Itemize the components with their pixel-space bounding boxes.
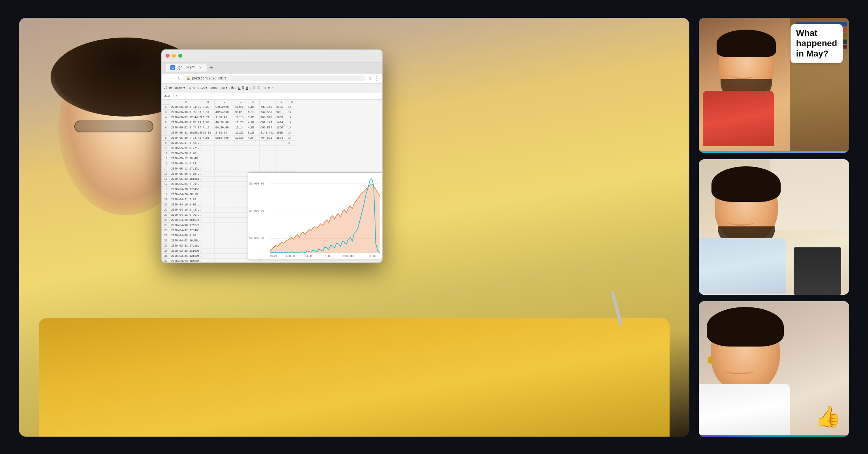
table-cell[interactable]: 2020-05-20 6:20:... — [170, 151, 202, 156]
table-cell[interactable] — [234, 243, 247, 249]
table-cell[interactable] — [215, 243, 234, 249]
table-cell[interactable]: 2020-04-02 16:58:... — [170, 238, 202, 243]
table-cell[interactable] — [287, 161, 297, 166]
table-cell[interactable] — [215, 166, 234, 171]
table-cell[interactable]: 699.534 — [260, 125, 275, 130]
table-cell[interactable] — [234, 202, 247, 207]
table-cell[interactable] — [275, 156, 287, 161]
table-cell[interactable] — [234, 166, 247, 171]
table-cell[interactable] — [202, 166, 215, 171]
table-cell[interactable] — [215, 141, 234, 146]
menu-icon[interactable]: ⋮ — [374, 75, 379, 81]
table-cell[interactable]: 4.8 — [247, 136, 260, 141]
table-cell[interactable] — [234, 182, 247, 187]
toolbar-bold[interactable]: B — [231, 86, 234, 90]
table-cell[interactable]: 783.448 — [260, 105, 275, 110]
toolbar-indent[interactable]: ↔ — [272, 86, 275, 90]
table-cell[interactable] — [215, 259, 234, 263]
col-header-h[interactable]: H — [287, 100, 297, 105]
address-input[interactable]: 🔒 prezi.com/2020_QBR — [183, 75, 365, 81]
table-cell[interactable] — [234, 254, 247, 259]
table-cell[interactable]: 2020-05-14 6:23:... — [170, 161, 202, 166]
table-cell[interactable] — [287, 146, 297, 151]
col-header-d[interactable]: D — [234, 100, 247, 105]
table-cell[interactable]: 690.147 — [260, 120, 275, 125]
table-cell[interactable] — [202, 161, 215, 166]
table-cell[interactable]: 2020-04-19 9:00:... — [170, 202, 202, 207]
toolbar-italic[interactable]: I — [235, 86, 236, 90]
table-cell[interactable]: 14 — [287, 130, 297, 136]
table-cell[interactable]: 5.14 — [202, 110, 215, 115]
table-cell[interactable] — [215, 171, 234, 177]
table-cell[interactable]: 14 — [287, 120, 297, 125]
forward-icon[interactable]: → — [171, 76, 175, 81]
toolbar-align-left[interactable]: ≡ — [264, 86, 266, 90]
table-cell[interactable]: 2020-04-08 17:27:... — [170, 223, 202, 228]
table-row[interactable]: 2020-06-10 6:54:555.3554:52:0010:165.847… — [170, 105, 382, 110]
table-cell[interactable] — [202, 146, 215, 151]
table-cell[interactable]: 2020-04-09 9:26:... — [170, 233, 202, 238]
table-cell[interactable]: 14 — [287, 125, 297, 130]
table-cell[interactable]: 10:15 — [234, 115, 247, 120]
table-cell[interactable]: 704.871 — [260, 136, 275, 141]
table-cell[interactable] — [234, 146, 247, 151]
table-row[interactable]: 2020-05-27 6:42:...4 — [170, 141, 382, 146]
table-row[interactable]: 2020-05-17 10:48:... — [170, 156, 382, 161]
table-row[interactable]: 2020-06-08 6:35:365.1449:54:009:426.1874… — [170, 110, 382, 115]
col-header-c[interactable]: C — [215, 100, 234, 105]
table-cell[interactable] — [260, 151, 275, 156]
table-cell[interactable]: 5.35 — [202, 105, 215, 110]
tab-close-icon[interactable]: ✕ — [199, 66, 202, 70]
table-cell[interactable]: 4.01 — [202, 136, 215, 141]
table-cell[interactable] — [215, 177, 234, 182]
table-cell[interactable] — [215, 187, 234, 192]
table-cell[interactable] — [247, 156, 260, 161]
minimize-button-icon[interactable] — [172, 54, 176, 58]
table-row[interactable]: 2020-06-02 5:47:174.1254:30:0013:144.536… — [170, 125, 382, 130]
cell-ref[interactable]: J18 — [164, 94, 174, 98]
table-cell[interactable]: 2020-06-07 12:44:28 — [170, 115, 202, 120]
table-cell[interactable] — [215, 228, 234, 233]
table-cell[interactable] — [275, 146, 287, 151]
table-cell[interactable] — [275, 151, 287, 156]
table-cell[interactable]: 5.84 — [247, 105, 260, 110]
table-cell[interactable] — [234, 156, 247, 161]
table-cell[interactable]: 3915 — [275, 130, 287, 136]
table-row[interactable]: 2020-05-31 10:55:4915.012:50:2911:215.28… — [170, 130, 382, 136]
table-cell[interactable]: 13:14 — [234, 125, 247, 130]
table-cell[interactable]: 968.525 — [260, 115, 275, 120]
table-cell[interactable]: 2020-04-26 10:18:... — [170, 192, 202, 197]
toolbar-decimal-icon[interactable]: .0 123▾ — [196, 86, 207, 90]
table-cell[interactable]: 4.82 — [247, 120, 260, 125]
toolbar-paintbucket-icon[interactable]: 🗃 — [169, 86, 173, 90]
table-cell[interactable]: 2020-04-07 17:48:... — [170, 228, 202, 233]
table-cell[interactable] — [287, 166, 297, 171]
table-cell[interactable]: 2020-03-28 11:09:... — [170, 249, 202, 254]
table-cell[interactable]: 6.18 — [247, 110, 260, 115]
toolbar-percent-icon[interactable]: % — [192, 86, 195, 90]
table-cell[interactable]: 2020-05-11 17:32:... — [170, 166, 202, 171]
table-row[interactable]: 2020-05-14 6:23:... — [170, 161, 382, 166]
table-cell[interactable] — [260, 156, 275, 161]
table-cell[interactable] — [202, 218, 215, 223]
table-cell[interactable] — [260, 141, 275, 146]
col-header-g[interactable]: G — [275, 100, 287, 105]
table-cell[interactable] — [215, 238, 234, 243]
table-cell[interactable] — [202, 177, 215, 182]
table-cell[interactable] — [234, 161, 247, 166]
table-cell[interactable] — [202, 213, 215, 218]
col-header-e[interactable]: E — [247, 100, 260, 105]
table-cell[interactable] — [215, 254, 234, 259]
table-row[interactable]: 2020-06-07 12:44:286.711:08:4610:155.859… — [170, 115, 382, 120]
table-cell[interactable]: 2020-06-02 5:47:17 — [170, 125, 202, 130]
table-cell[interactable]: 2020-06-05 4:55:29 — [170, 120, 202, 125]
table-cell[interactable] — [247, 146, 260, 151]
table-cell[interactable]: 2020-05-06 5:58:... — [170, 171, 202, 177]
table-cell[interactable]: 2020-05-03 10:36:... — [170, 177, 202, 182]
table-cell[interactable]: 2020-06-08 6:35:36 — [170, 110, 202, 115]
table-cell[interactable]: 2020-05-29 7:24:40 — [170, 136, 202, 141]
close-button-icon[interactable] — [166, 54, 170, 58]
table-cell[interactable] — [202, 187, 215, 192]
table-cell[interactable]: 1:08:46 — [215, 115, 234, 120]
table-cell[interactable] — [202, 182, 215, 187]
